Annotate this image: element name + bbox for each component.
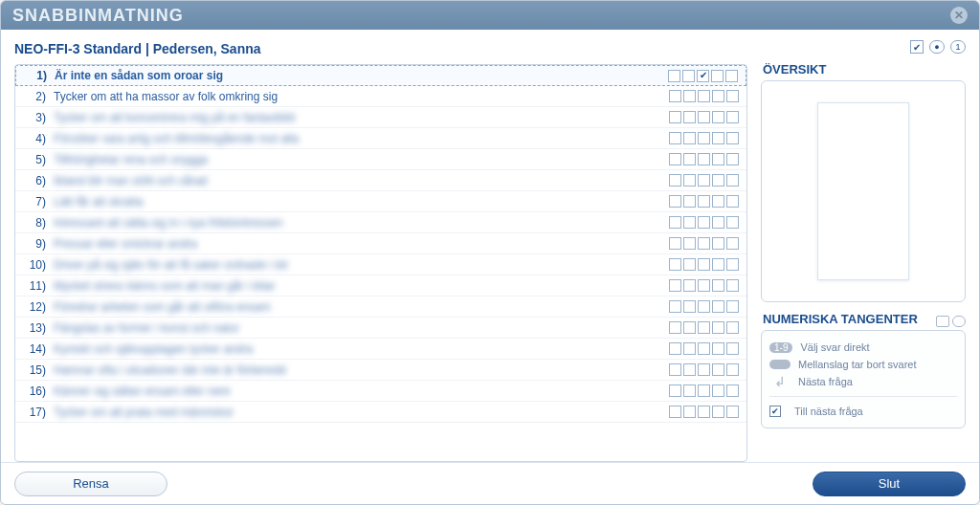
answer-option[interactable] (683, 195, 696, 208)
answer-option[interactable] (711, 70, 724, 82)
question-row[interactable]: 15)Hamnar ofta i situationer där inte är… (15, 360, 746, 381)
answer-option[interactable] (698, 132, 710, 144)
answer-option[interactable] (698, 258, 710, 271)
answer-option[interactable] (669, 237, 681, 250)
question-row[interactable]: 3)Tycker om att koncentrera mig på en fa… (15, 107, 746, 128)
answer-option[interactable] (725, 70, 738, 82)
question-row[interactable]: 2)Tycker om att ha massor av folk omkrin… (15, 86, 746, 107)
answer-option[interactable] (698, 90, 710, 102)
question-row[interactable]: 13)Fängslas av former i konst och natur (15, 318, 746, 339)
answer-option[interactable] (712, 132, 724, 144)
answer-option[interactable] (712, 195, 724, 208)
answer-option[interactable] (669, 111, 681, 123)
answer-option[interactable] (669, 321, 681, 334)
question-row[interactable]: 8)Intressant att sätta sig in i nya frit… (15, 212, 746, 233)
answer-option[interactable] (712, 153, 724, 165)
question-row[interactable]: 7)Lätt får att skratta (15, 191, 746, 212)
answer-option[interactable] (712, 111, 724, 123)
answer-option[interactable] (669, 195, 681, 208)
answer-option[interactable] (669, 258, 681, 271)
question-row[interactable]: 5)Tillhörighetar rena och snygga (15, 149, 746, 170)
answer-option[interactable] (726, 153, 739, 165)
answer-option[interactable] (683, 258, 696, 271)
answer-option[interactable] (698, 174, 710, 187)
answer-option[interactable] (726, 111, 739, 123)
answer-option[interactable] (726, 90, 739, 102)
question-row[interactable]: 6)Ibland blir man stött och sårad (15, 170, 746, 191)
auto-advance-checkbox[interactable]: ✔ (769, 406, 781, 417)
question-row[interactable]: 17)Tycker om att prata med människor (15, 402, 746, 423)
toolbar-number-icon[interactable]: 1 (950, 40, 966, 54)
question-row[interactable]: 14)Kyniskt och självupptagen tycker andr… (15, 339, 746, 360)
answer-option[interactable] (726, 279, 739, 292)
close-icon[interactable]: ✕ (950, 7, 968, 24)
question-scroll-area[interactable]: 1)Är inte en sådan som oroar sig✔2)Tycke… (15, 65, 746, 461)
answer-option[interactable] (669, 216, 681, 229)
answer-option[interactable] (669, 300, 681, 313)
answer-option[interactable]: ✔ (697, 70, 709, 82)
answer-option[interactable] (726, 132, 739, 144)
overview-page-thumbnail[interactable] (817, 102, 909, 280)
answer-option[interactable] (726, 406, 739, 418)
answer-option[interactable] (683, 237, 696, 250)
answer-option[interactable] (726, 384, 739, 397)
answer-option[interactable] (726, 363, 739, 376)
answer-option[interactable] (726, 321, 739, 334)
answer-option[interactable] (669, 363, 681, 376)
answer-option[interactable] (712, 174, 724, 187)
answer-option[interactable] (683, 300, 696, 313)
answer-option[interactable] (683, 216, 696, 229)
answer-option[interactable] (712, 216, 724, 229)
answer-option[interactable] (683, 406, 696, 418)
toolbar-check-icon[interactable]: ✔ (910, 40, 924, 54)
answer-option[interactable] (698, 111, 710, 123)
answer-option[interactable] (669, 342, 681, 355)
question-row[interactable]: 11)Mycket stress känns som att man går i… (15, 275, 746, 296)
answer-option[interactable] (669, 384, 681, 397)
answer-option[interactable] (726, 237, 739, 250)
answer-option[interactable] (726, 174, 739, 187)
answer-option[interactable] (683, 384, 696, 397)
answer-option[interactable] (726, 258, 739, 271)
answer-option[interactable] (698, 363, 710, 376)
answer-option[interactable] (712, 258, 724, 271)
answer-option[interactable] (698, 300, 710, 313)
question-row[interactable]: 9)Pressar eller smickrar andra (15, 233, 746, 254)
answer-option[interactable] (683, 153, 696, 165)
answer-option[interactable] (683, 321, 696, 334)
circle-icon[interactable] (952, 316, 966, 327)
answer-option[interactable] (669, 132, 681, 144)
answer-option[interactable] (712, 321, 724, 334)
answer-option[interactable] (698, 279, 710, 292)
answer-option[interactable] (698, 342, 710, 355)
answer-option[interactable] (712, 90, 724, 102)
answer-option[interactable] (726, 216, 739, 229)
answer-option[interactable] (698, 216, 710, 229)
answer-option[interactable] (698, 153, 710, 165)
answer-option[interactable] (726, 300, 739, 313)
answer-option[interactable] (726, 342, 739, 355)
question-row[interactable]: 12)Föredrar arbeten som går att utföra e… (15, 296, 746, 318)
answer-option[interactable] (712, 342, 724, 355)
clear-button[interactable]: Rensa (14, 472, 167, 496)
answer-option[interactable] (712, 384, 724, 397)
answer-option[interactable] (669, 406, 681, 418)
answer-option[interactable] (683, 363, 696, 376)
answer-option[interactable] (712, 300, 724, 313)
answer-option[interactable] (682, 70, 695, 82)
answer-option[interactable] (712, 363, 724, 376)
answer-option[interactable] (669, 279, 681, 292)
question-row[interactable]: 16)Känner sig sällan ensam eller nere (15, 381, 746, 402)
answer-option[interactable] (683, 342, 696, 355)
answer-option[interactable] (698, 237, 710, 250)
answer-option[interactable] (726, 195, 739, 208)
answer-option[interactable] (698, 406, 710, 418)
answer-option[interactable] (683, 174, 696, 187)
answer-option[interactable] (683, 90, 696, 102)
answer-option[interactable] (668, 70, 680, 82)
answer-option[interactable] (712, 237, 724, 250)
toolbar-toggle-icon[interactable]: ● (929, 40, 945, 54)
answer-option[interactable] (698, 195, 710, 208)
answer-option[interactable] (698, 321, 710, 334)
answer-option[interactable] (712, 279, 724, 292)
